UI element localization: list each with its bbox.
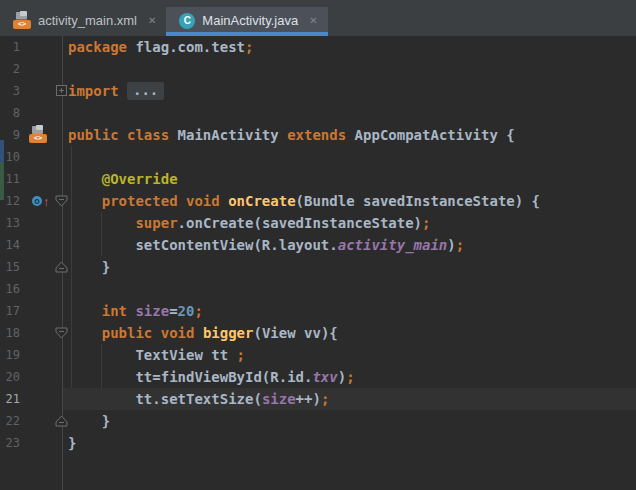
code-text[interactable]: } (62, 256, 110, 278)
code-token: ; (321, 391, 329, 407)
code-token: import (68, 83, 127, 99)
code-token: (Bundle savedInstanceState) { (296, 193, 540, 209)
code-text[interactable] (62, 102, 68, 124)
code-token: extends (287, 127, 354, 143)
code-line: 20 tt=findViewById(R.id.txv); (0, 366, 636, 388)
line-number[interactable]: 8 (0, 102, 20, 124)
gutter (20, 234, 62, 256)
code-token (68, 193, 102, 209)
close-tab-icon[interactable]: ✕ (148, 15, 156, 26)
code-line: 1package flag.com.test; (0, 36, 636, 58)
close-tab-icon[interactable]: ✕ (309, 15, 317, 26)
code-text[interactable]: @Override (62, 168, 178, 190)
gutter: o↑ (20, 190, 62, 212)
code-token: ; (245, 39, 253, 55)
code-text[interactable]: import ... (62, 80, 164, 102)
code-token: int (102, 303, 136, 319)
gutter (20, 300, 62, 322)
code-lines: 1package flag.com.test;23import ...89<>p… (0, 36, 636, 454)
code-token: tt.setTextSize( (68, 391, 262, 407)
code-token: flag.com.test (135, 39, 245, 55)
code-text[interactable] (62, 278, 68, 300)
code-text[interactable]: tt=findViewById(R.id.txv); (62, 366, 355, 388)
code-editor[interactable]: 1package flag.com.test;23import ...89<>p… (0, 36, 636, 490)
code-text[interactable] (62, 58, 68, 80)
code-line: 2 (0, 58, 636, 80)
fold-expand-icon[interactable] (55, 85, 68, 97)
line-number[interactable]: 19 (0, 344, 20, 366)
line-number[interactable]: 11 (0, 168, 20, 190)
line-number[interactable]: 13 (0, 212, 20, 234)
code-token: 20 (178, 303, 195, 319)
tab-mainactivity-java[interactable]: C MainActivity.java ✕ (166, 7, 327, 36)
code-token: package (68, 39, 135, 55)
line-number[interactable]: 10 (0, 146, 20, 168)
line-number[interactable]: 1 (0, 36, 20, 58)
code-line: 21 tt.setTextSize(size++); (0, 388, 636, 410)
fold-collapse-icon[interactable] (55, 195, 68, 207)
line-number[interactable]: 9 (0, 124, 20, 146)
code-text[interactable]: } (62, 432, 76, 454)
gutter (20, 36, 62, 58)
gutter (20, 322, 62, 344)
code-token: public class (68, 127, 178, 143)
line-number[interactable]: 20 (0, 366, 20, 388)
code-token: ; (194, 303, 202, 319)
code-text[interactable]: protected void onCreate(Bundle savedInst… (62, 190, 540, 212)
line-number[interactable]: 14 (0, 234, 20, 256)
related-layout-file-icon[interactable]: <> (29, 126, 47, 143)
code-text[interactable]: setContentView(R.layout.activity_main); (62, 234, 464, 256)
code-text[interactable]: } (62, 410, 110, 432)
code-text[interactable]: TextView tt ; (62, 344, 245, 366)
code-line: 17 int size=20; (0, 300, 636, 322)
code-text[interactable]: public void bigger(View vv){ (62, 322, 338, 344)
fold-collapse-icon[interactable] (55, 261, 68, 273)
fold-collapse-icon[interactable] (55, 327, 68, 339)
line-number[interactable]: 15 (0, 256, 20, 278)
line-number[interactable]: 23 (0, 432, 20, 454)
code-token (68, 215, 135, 231)
tab-label: activity_main.xml (38, 13, 137, 28)
code-token: protected void (102, 193, 228, 209)
line-number[interactable]: 2 (0, 58, 20, 80)
code-line: 16 (0, 278, 636, 300)
code-text[interactable]: tt.setTextSize(size++); (62, 388, 329, 410)
line-number[interactable]: 22 (0, 410, 20, 432)
line-number[interactable]: 18 (0, 322, 20, 344)
code-token: = (169, 303, 177, 319)
code-text[interactable]: int size=20; (62, 300, 203, 322)
gutter (20, 366, 62, 388)
code-token: } (68, 435, 76, 451)
fold-collapse-icon[interactable] (55, 415, 68, 427)
java-class-icon: C (179, 13, 195, 29)
code-text[interactable]: super.onCreate(savedInstanceState); (62, 212, 430, 234)
code-text[interactable] (62, 146, 68, 168)
gutter (20, 388, 62, 410)
code-token: .onCreate(savedInstanceState) (178, 215, 422, 231)
code-token: size (135, 303, 169, 319)
gutter (20, 80, 62, 102)
code-line: 22 } (0, 410, 636, 432)
gutter (20, 344, 62, 366)
code-token (68, 171, 102, 187)
code-text[interactable]: package flag.com.test; (62, 36, 253, 58)
folded-imports-chip[interactable]: ... (127, 82, 164, 100)
code-token: @Override (102, 171, 178, 187)
line-number[interactable]: 16 (0, 278, 20, 300)
code-token: ; (456, 237, 464, 253)
line-number[interactable]: 17 (0, 300, 20, 322)
line-number[interactable]: 3 (0, 80, 20, 102)
line-number[interactable]: 12 (0, 190, 20, 212)
gutter (20, 168, 62, 190)
code-line: 13 super.onCreate(savedInstanceState); (0, 212, 636, 234)
tab-label: MainActivity.java (202, 13, 298, 28)
tab-activity-main-xml[interactable]: <> activity_main.xml ✕ (0, 7, 166, 36)
code-token: (View vv){ (253, 325, 337, 341)
code-text[interactable]: public class MainActivity extends AppCom… (62, 124, 515, 146)
gutter (20, 278, 62, 300)
code-line: 9<>public class MainActivity extends App… (0, 124, 636, 146)
line-number[interactable]: 21 (0, 388, 20, 410)
code-token: ++) (296, 391, 321, 407)
code-token: public void (102, 325, 203, 341)
code-line: 11 @Override (0, 168, 636, 190)
